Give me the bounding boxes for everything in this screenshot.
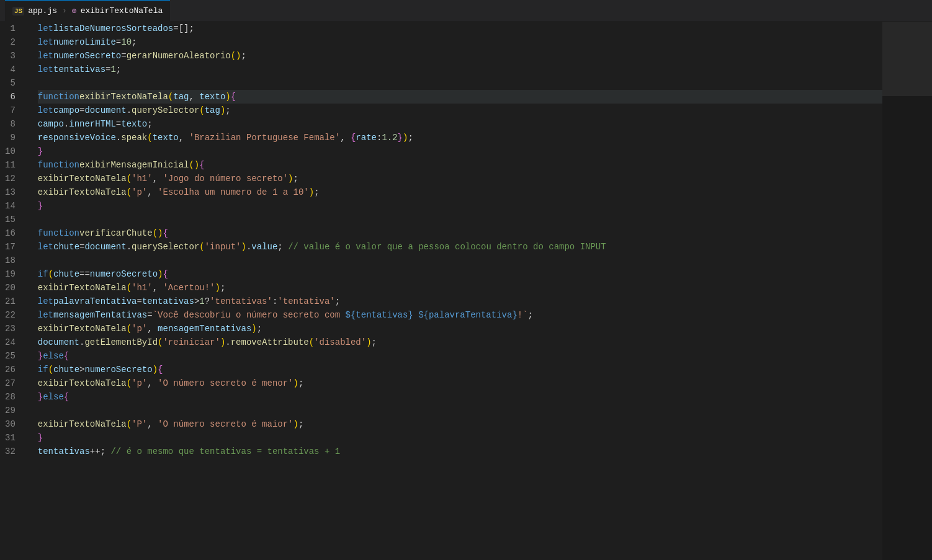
breadcrumb-sep: › xyxy=(62,6,67,16)
js-icon: JS xyxy=(12,7,24,16)
tab-funcname: exibirTextoNaTela xyxy=(81,6,163,16)
code-line-28: } else { xyxy=(38,390,882,404)
code-line-7: let campo = document.querySelector(tag); xyxy=(38,104,882,117)
code-line-3: let numeroSecreto = gerarNumeroAleatorio… xyxy=(38,49,882,63)
minimap-viewport xyxy=(882,22,932,96)
code-line-24: document.getElementById('reiniciar').rem… xyxy=(38,336,882,349)
code-line-19: if (chute == numeroSecreto){ xyxy=(38,267,882,281)
editor-area: 1234567891011121314151617181920212223242… xyxy=(0,22,932,560)
code-line-29 xyxy=(38,404,882,417)
tab-bar: JS app.js › ⊕ exibirTextoNaTela xyxy=(0,0,932,22)
code-line-30: exibirTextoNaTela('P', 'O número secreto… xyxy=(38,417,882,431)
code-line-15 xyxy=(38,213,882,226)
code-line-32: tentativas++; // é o mesmo que tentativa… xyxy=(38,445,882,458)
line-numbers: 1234567891011121314151617181920212223242… xyxy=(0,22,35,560)
code-line-6: function exibirTextoNaTela(tag, texto){ xyxy=(38,90,882,104)
tab-filename: app.js xyxy=(28,6,57,16)
code-line-21: let palavraTentativa = tentativas > 1 ? … xyxy=(38,295,882,308)
minimap xyxy=(882,22,932,560)
code-line-11: function exibirMensagemInicial() { xyxy=(38,158,882,172)
code-line-9: responsiveVoice.speak(texto, 'Brazilian … xyxy=(38,131,882,144)
code-line-10: } xyxy=(38,144,882,158)
code-line-20: exibirTextoNaTela('h1', 'Acertou!'); xyxy=(38,281,882,295)
code-line-22: let mensagemTentativas = `Você descobriu… xyxy=(38,308,882,322)
code-line-14: } xyxy=(38,199,882,213)
code-line-8: campo.innerHTML = texto; xyxy=(38,117,882,131)
function-icon: ⊕ xyxy=(72,6,77,16)
code-line-5 xyxy=(38,76,882,90)
code-line-2: let numeroLimite = 10; xyxy=(38,35,882,49)
code-line-13: exibirTextoNaTela('p', 'Escolha um numer… xyxy=(38,185,882,199)
code-line-16: function verificarChute() { xyxy=(38,226,882,240)
code-line-1: let listaDeNumerosSorteados = []; xyxy=(38,22,882,35)
code-line-25: } else { xyxy=(38,349,882,363)
code-line-18 xyxy=(38,254,882,267)
code-line-4: let tentativas = 1; xyxy=(38,63,882,76)
code-line-31: } xyxy=(38,431,882,445)
code-line-27: exibirTextoNaTela('p', 'O número secreto… xyxy=(38,376,882,390)
code-area[interactable]: let listaDeNumerosSorteados = [];let num… xyxy=(35,22,882,560)
code-line-26: if (chute > numeroSecreto) { xyxy=(38,363,882,376)
code-line-23: exibirTextoNaTela('p', mensagemTentativa… xyxy=(38,322,882,336)
code-line-17: let chute = document.querySelector('inpu… xyxy=(38,240,882,254)
tab-appjs[interactable]: JS app.js › ⊕ exibirTextoNaTela xyxy=(5,0,170,22)
code-line-12: exibirTextoNaTela('h1', 'Jogo do número … xyxy=(38,172,882,185)
